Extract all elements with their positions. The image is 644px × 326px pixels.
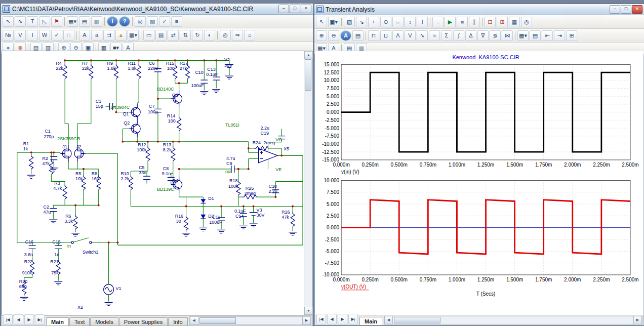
graphics-mode-icon[interactable]: ◺ bbox=[39, 16, 50, 27]
node-currents-icon[interactable]: I bbox=[27, 30, 38, 40]
vertical-scroll-thumb[interactable] bbox=[305, 59, 311, 91]
rotate-icon[interactable]: ↻ bbox=[192, 30, 203, 40]
zoom-fit-icon[interactable]: ⊞ bbox=[566, 30, 577, 41]
zoom-out-icon[interactable]: ⊖ bbox=[328, 30, 339, 41]
transistor-Q1[interactable] bbox=[129, 104, 140, 120]
conditions-icon[interactable]: ✓ bbox=[51, 30, 62, 40]
close-button[interactable]: × bbox=[632, 5, 642, 14]
next-page-icon[interactable]: ▶ bbox=[338, 314, 347, 324]
info-mode-icon[interactable]: i bbox=[107, 16, 118, 27]
properties-icon[interactable]: ≡ bbox=[432, 17, 444, 27]
last-page-icon[interactable]: ▶| bbox=[348, 314, 358, 324]
capacitor-C15[interactable] bbox=[55, 246, 62, 249]
stop-icon[interactable]: ■ bbox=[457, 17, 468, 27]
sum-icon[interactable]: Σ bbox=[441, 30, 452, 41]
close-button[interactable]: × bbox=[301, 5, 311, 13]
resistor-R7[interactable] bbox=[89, 64, 93, 79]
resistor-R14[interactable] bbox=[177, 116, 181, 131]
analysis-plots[interactable]: 15.00012.50010.0007.5005.0002.5000.000-2… bbox=[315, 51, 643, 315]
select-icon[interactable]: ↖ bbox=[316, 17, 327, 27]
first-page-icon[interactable]: |◀ bbox=[316, 314, 326, 324]
scale-mode-icon[interactable]: ↘ bbox=[356, 17, 367, 27]
integral-icon[interactable]: ∫ bbox=[453, 30, 464, 41]
print-preview-icon[interactable]: ▤ bbox=[352, 30, 364, 41]
text-mode-icon[interactable]: T bbox=[27, 16, 38, 27]
tab-main[interactable]: Main bbox=[46, 317, 69, 325]
grid-icon[interactable]: ▦▾ bbox=[128, 30, 139, 40]
flip-horizontal-icon[interactable]: ⇄ bbox=[168, 30, 179, 40]
tokens-icon[interactable]: ⊞ bbox=[497, 17, 508, 27]
go-to-right-icon[interactable]: ⇥ bbox=[554, 30, 565, 41]
stepping-icon[interactable]: ⇉ bbox=[103, 30, 114, 40]
diode-D1[interactable] bbox=[200, 199, 206, 203]
cursor-mode-icon[interactable]: + bbox=[368, 17, 379, 27]
zoom-in-icon[interactable]: ⊕ bbox=[316, 30, 327, 41]
maximize-button[interactable]: □ bbox=[621, 5, 631, 14]
tab-text[interactable]: Text bbox=[69, 317, 90, 325]
cursor-low-icon[interactable]: V bbox=[405, 30, 416, 41]
capacitor-C13[interactable] bbox=[213, 77, 220, 80]
resistor-R4[interactable] bbox=[63, 64, 67, 79]
minimize-button[interactable]: – bbox=[610, 5, 620, 14]
paste-icon[interactable]: ▥ bbox=[91, 16, 102, 27]
pkey-icon[interactable]: ▦ bbox=[509, 17, 520, 27]
resistor-R11[interactable] bbox=[137, 64, 141, 79]
analysis-titlebar[interactable]: Transient Analysis – □ × bbox=[314, 4, 644, 15]
schematic-titlebar[interactable]: C:\MC11\DATA\Petrov\RIAA\Kenwood\Kenwood… bbox=[1, 4, 313, 15]
cursor-inflection-icon[interactable]: ∿ bbox=[417, 30, 428, 41]
border-icon[interactable]: ▭ bbox=[143, 30, 154, 40]
horizontal-tag-icon[interactable]: ↔ bbox=[392, 17, 404, 27]
mirror-icon[interactable]: ◐ bbox=[204, 30, 215, 40]
capacitor-C9[interactable] bbox=[231, 166, 234, 173]
schematic-canvas[interactable]: R422kR722kR91.8kR111.8kC6220uR15100R1727… bbox=[2, 51, 304, 315]
run-icon[interactable]: ▶ bbox=[445, 17, 456, 27]
power-icon[interactable]: W bbox=[39, 30, 50, 40]
first-page-icon[interactable]: |◀ bbox=[3, 314, 13, 325]
schematic-drawing[interactable]: R422kR722kR91.8kR111.8kC6220uR15100R1727… bbox=[2, 51, 304, 315]
join-icon[interactable]: ⋈ bbox=[502, 30, 513, 41]
analysis-plot-area[interactable]: 15.00012.50010.0007.5005.0002.5000.000-2… bbox=[315, 51, 643, 315]
color-menu-icon[interactable]: ▦▾ bbox=[517, 30, 529, 41]
tab-power-supplies[interactable]: Power Supplies bbox=[119, 317, 168, 325]
resistor-R16[interactable] bbox=[184, 216, 188, 230]
prev-page-icon[interactable]: ◀ bbox=[327, 314, 337, 324]
scroll-right-button[interactable]: ▶ bbox=[302, 316, 311, 325]
horizontal-scroll-thumb[interactable] bbox=[394, 317, 440, 323]
tab-main[interactable]: Main bbox=[359, 317, 382, 325]
title-block-icon[interactable]: ▤ bbox=[155, 30, 167, 40]
node-voltages-icon[interactable]: V bbox=[15, 30, 26, 40]
cursor-high-icon[interactable]: Λ bbox=[392, 30, 404, 41]
capacitor-C16[interactable] bbox=[29, 246, 36, 249]
numeric-output-icon[interactable]: ▤ bbox=[530, 30, 541, 41]
scroll-left-button[interactable]: ◀ bbox=[190, 316, 198, 325]
attribute-text-icon[interactable]: A bbox=[79, 30, 90, 40]
text-mode-icon[interactable]: T bbox=[417, 17, 428, 27]
analysis-horizontal-scrollbar[interactable]: ◀ ▶ bbox=[384, 316, 642, 324]
zoom-mode-icon[interactable]: ▧ bbox=[344, 17, 355, 27]
go-to-icon[interactable]: ⌂ bbox=[244, 30, 255, 40]
point-tag-icon[interactable]: ⊙ bbox=[380, 17, 391, 27]
node-numbers-icon[interactable]: № bbox=[3, 30, 14, 40]
vertical-tag-icon[interactable]: ↕ bbox=[405, 17, 416, 27]
tab-models[interactable]: Models bbox=[90, 317, 118, 325]
schematic-components[interactable] bbox=[20, 64, 297, 306]
scroll-right-button[interactable]: ▶ bbox=[633, 316, 642, 324]
help-mode-icon[interactable]: ? bbox=[119, 16, 130, 27]
slope-icon[interactable]: ∇ bbox=[477, 30, 489, 41]
resistor-R6[interactable] bbox=[73, 215, 77, 229]
capacitor-C5[interactable] bbox=[143, 176, 150, 179]
cursor-peak-icon[interactable]: ⊓ bbox=[368, 30, 379, 41]
wire-mode-icon[interactable]: ∿ bbox=[15, 16, 26, 27]
select-icon[interactable]: ↖ bbox=[3, 16, 14, 27]
resistor-R2[interactable] bbox=[49, 160, 53, 175]
component-menu-icon[interactable]: ▦▾ bbox=[67, 16, 78, 27]
resistor-R10[interactable] bbox=[129, 175, 133, 190]
pages-menu-icon[interactable]: ▣▾ bbox=[328, 17, 339, 27]
compare-icon[interactable]: ≶ bbox=[490, 30, 501, 41]
find-next-icon[interactable]: ⇒ bbox=[232, 30, 243, 40]
capacitor-C2[interactable] bbox=[50, 209, 57, 212]
maximize-button[interactable]: □ bbox=[290, 5, 300, 13]
cursor-track-icon[interactable]: ≈ bbox=[429, 30, 440, 41]
delta-icon[interactable]: Δ bbox=[465, 30, 476, 41]
horizontal-scroll-thumb[interactable] bbox=[199, 317, 236, 324]
